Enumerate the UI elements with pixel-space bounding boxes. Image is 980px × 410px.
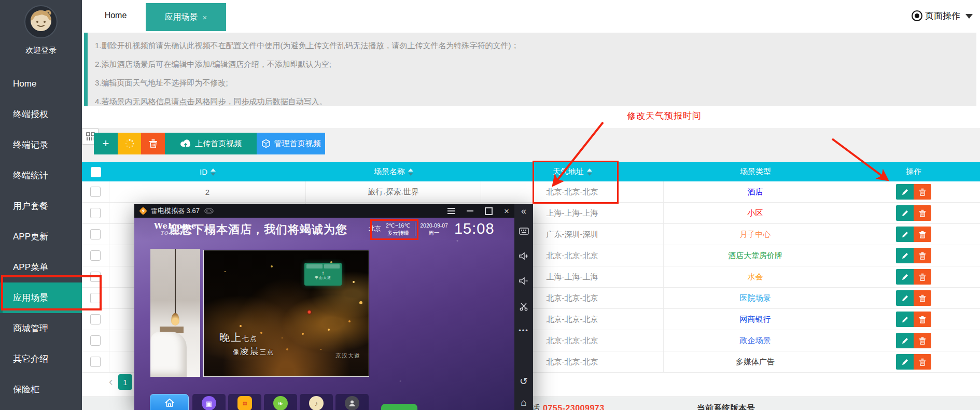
sidebar-item-other-intro[interactable]: 其它介绍	[0, 344, 82, 374]
edit-button[interactable]	[896, 184, 914, 200]
edit-button[interactable]	[896, 269, 914, 285]
emulator-menu-icon[interactable]	[447, 210, 455, 211]
home-app-tile[interactable]	[150, 394, 189, 410]
avatar-app-icon	[345, 396, 359, 410]
scene-type-link[interactable]: 医院场景	[740, 293, 771, 303]
edit-button[interactable]	[896, 354, 914, 370]
sidebar-item-app-scenes[interactable]: 应用场景	[0, 282, 82, 313]
row-checkbox[interactable]	[90, 250, 101, 261]
notice-line: 2.添加酒店场景后可在编辑中添加/编辑酒店介绍，不添加即默认为空;	[95, 55, 976, 74]
trash-icon	[149, 139, 158, 148]
emulator-logo-icon	[139, 207, 147, 215]
app-tile-profile[interactable]	[335, 394, 369, 410]
volume-down-icon[interactable]	[514, 277, 533, 288]
scene-type-link[interactable]: 月子中心	[740, 230, 771, 239]
header-id[interactable]: ID	[109, 162, 306, 181]
sort-icon[interactable]	[408, 168, 413, 176]
row-checkbox[interactable]	[90, 314, 101, 324]
app-tile-green[interactable]: ❧	[264, 394, 297, 410]
row-checkbox[interactable]	[90, 272, 101, 282]
delete-button[interactable]	[914, 312, 931, 327]
sort-icon[interactable]	[587, 168, 592, 176]
app-tile-video[interactable]: ▣	[192, 394, 226, 410]
welcome-marquee: 迎您下榻本酒店，我们将竭诚为您	[169, 222, 386, 237]
row-checkbox[interactable]	[90, 335, 101, 346]
page-actions[interactable]: 页面操作	[903, 0, 980, 31]
scene-type-link[interactable]: 网商银行	[740, 315, 771, 324]
pagination-page-1[interactable]: 1	[118, 374, 132, 390]
delete-selected-button[interactable]	[141, 133, 165, 154]
scene-type-link[interactable]: 政企场景	[740, 336, 771, 346]
road-sign-text: 中山大道	[306, 275, 340, 280]
emulator-maximize-button[interactable]	[485, 207, 493, 215]
delete-button[interactable]	[914, 354, 931, 370]
delete-button[interactable]	[914, 227, 931, 242]
select-all-checkbox[interactable]	[91, 167, 101, 177]
sync-button[interactable]	[118, 133, 141, 154]
edit-button[interactable]	[896, 290, 914, 306]
delete-button[interactable]	[914, 248, 931, 263]
manage-home-video-button[interactable]: 管理首页视频	[257, 133, 325, 154]
edit-button[interactable]	[896, 248, 914, 263]
edit-button[interactable]	[896, 205, 914, 221]
row-checkbox[interactable]	[90, 229, 101, 239]
delete-button[interactable]	[914, 333, 931, 348]
add-scene-button[interactable]: +	[94, 133, 118, 154]
scene-type-link[interactable]: 小区	[748, 208, 763, 218]
notice-panel: 1.删除开机视频前请先确认此视频不在配置文件中使用(为避免上传文件乱码无法播放，…	[84, 33, 976, 106]
edit-button[interactable]	[896, 312, 914, 327]
scene-type-link[interactable]: 水会	[748, 272, 763, 282]
keyboard-icon[interactable]	[514, 227, 533, 237]
edit-button[interactable]	[896, 333, 914, 348]
app-tile-music[interactable]: ♪	[300, 394, 333, 410]
header-scene-name[interactable]: 场景名称	[306, 162, 481, 181]
table-header-row: ID 场景名称 天气地址 场景类型 操作	[82, 162, 980, 181]
sidebar-item-safe-box[interactable]: 保险柜	[0, 374, 82, 405]
row-checkbox[interactable]	[90, 293, 101, 303]
back-icon[interactable]: ↺	[514, 375, 533, 387]
delete-button[interactable]	[914, 269, 931, 285]
emulator-close-button[interactable]: ×	[504, 207, 509, 216]
sidebar-item-user-packages[interactable]: 用户套餐	[0, 191, 82, 221]
delete-button[interactable]	[914, 184, 931, 200]
sidebar-item-terminal-auth[interactable]: 终端授权	[0, 99, 82, 130]
annotation-text: 修改天气预报时间	[627, 110, 702, 122]
sidebar-item-mall-management[interactable]: 商城管理	[0, 313, 82, 344]
trash-icon	[919, 231, 926, 238]
notice-line: 1.删除开机视频前请先确认此视频不在配置文件中使用(为避免上传文件乱码无法播放，…	[95, 36, 976, 55]
scene-type-link[interactable]: 酒店大堂房价牌	[728, 251, 782, 261]
more-options-icon[interactable]: •••	[514, 327, 533, 334]
tab-home[interactable]: Home	[94, 0, 137, 31]
tab-app-scenes-label: 应用场景	[165, 12, 198, 23]
delete-button[interactable]	[914, 290, 931, 306]
delete-button[interactable]	[914, 205, 931, 221]
sidebar-item-app-update[interactable]: APP更新	[0, 221, 82, 252]
avatar[interactable]	[24, 5, 58, 38]
tab-close-icon[interactable]: ×	[203, 13, 207, 22]
row-checkbox[interactable]	[90, 357, 101, 367]
green-action-button[interactable]	[381, 404, 417, 410]
header-weather-address[interactable]: 天气地址	[481, 162, 664, 181]
emulator-title-bar[interactable]: 雷电模拟器 3.67 ×	[134, 204, 514, 218]
trash-icon	[919, 252, 926, 260]
volume-up-icon[interactable]	[514, 252, 533, 263]
sidebar-item-home[interactable]: Home	[0, 68, 82, 99]
row-checkbox[interactable]	[90, 187, 101, 197]
upload-home-video-button[interactable]: 上传首页视频	[165, 133, 257, 154]
screenshot-scissors-icon[interactable]	[514, 302, 533, 314]
edit-button[interactable]	[896, 227, 914, 242]
collapse-sidebar-icon[interactable]: «	[514, 206, 533, 217]
scene-video-player[interactable]: ↑ 中山大道 晚上七点 像凌晨三点 京汉大道	[203, 250, 369, 377]
tab-app-scenes[interactable]: 应用场景 ×	[146, 3, 226, 31]
row-checkbox[interactable]	[90, 208, 101, 218]
notice-line: 3.编辑页面天气地址不选择即为不修改;	[95, 74, 976, 92]
android-home-icon[interactable]: ⌂	[514, 397, 533, 408]
sort-icon[interactable]	[211, 168, 216, 176]
sidebar-item-app-menu[interactable]: APP菜单	[0, 252, 82, 282]
sidebar-item-terminal-records[interactable]: 终端记录	[0, 130, 82, 160]
scene-type-link[interactable]: 酒店	[748, 187, 763, 197]
pagination-prev-icon[interactable]: ‹	[109, 374, 117, 390]
app-tile-food[interactable]: ▤	[228, 394, 261, 410]
sidebar-item-terminal-stats[interactable]: 终端统计	[0, 160, 82, 191]
emulator-minimize-button[interactable]	[467, 210, 473, 211]
